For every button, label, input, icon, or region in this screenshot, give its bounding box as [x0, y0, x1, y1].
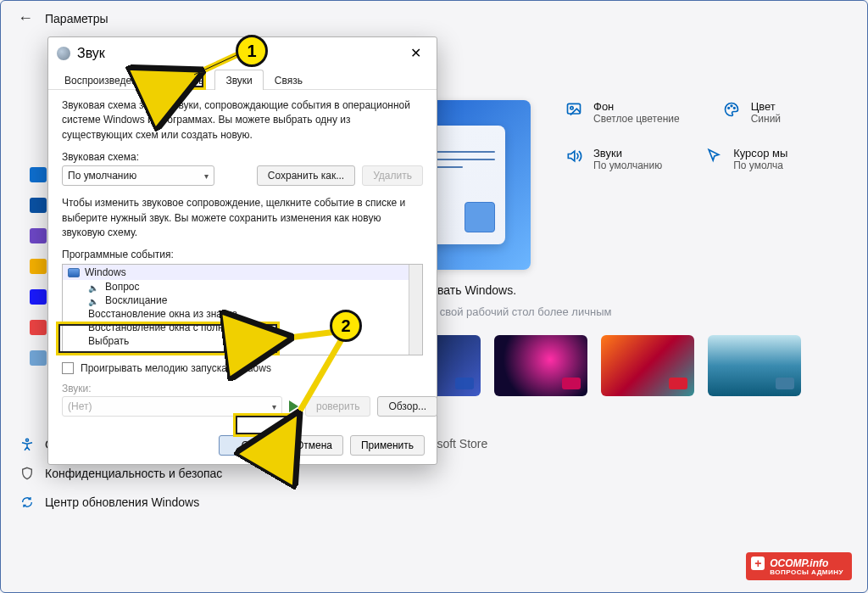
- play-startup-checkbox[interactable]: [62, 362, 74, 374]
- event-item: Восклицание: [63, 294, 422, 307]
- windows-icon: [68, 268, 80, 277]
- prop-label: Звуки: [593, 147, 662, 159]
- svg-point-3: [728, 108, 730, 109]
- theme-prop-background[interactable]: ФонСветлое цветение: [565, 100, 680, 125]
- test-button: роверить: [305, 396, 370, 417]
- dialog-footer: ОК Отмена Применить: [48, 427, 437, 464]
- sidebar-blurred-icons: [30, 167, 48, 490]
- dialog-body: Звуковая схема задает звуки, сопровождаю…: [48, 90, 437, 427]
- sound-select: (Нет)▾: [62, 396, 282, 417]
- cursor-icon: [704, 147, 723, 165]
- event-item: Вопрос: [63, 280, 422, 294]
- play-icon[interactable]: [289, 400, 298, 412]
- scrollbar[interactable]: [409, 265, 422, 355]
- speaker-small-icon: [88, 295, 98, 305]
- delete-button: Удалить: [362, 165, 423, 186]
- select-value: По умолчанию: [68, 170, 136, 182]
- sidebar-icon-placeholder: [30, 320, 47, 335]
- sidebar-icon-placeholder: [30, 350, 47, 366]
- play-startup-row: Проигрывать мелодию запуска Windows: [62, 362, 423, 374]
- dialog-title: Звук: [77, 46, 105, 61]
- sidebar-icon-placeholder: [30, 259, 47, 274]
- watermark-brand: OCOMP: [770, 557, 807, 569]
- watermark-sub: ВОПРОСЫ АДМИНУ: [770, 568, 843, 576]
- prop-value: Светлое цветение: [593, 113, 680, 125]
- preview-accent-square: [465, 202, 495, 232]
- plus-icon: +: [754, 557, 761, 570]
- tab-recording[interactable]: Запись: [159, 70, 214, 90]
- sound-icon: [57, 47, 70, 60]
- prop-label: Курсор мы: [733, 147, 787, 159]
- watermark: + OCOMP.info ВОПРОСЫ АДМИНУ: [746, 552, 852, 580]
- sound-dialog: Звук ✕ Воспроизведение Запись Звуки Связ…: [47, 36, 437, 465]
- svg-point-2: [570, 107, 573, 109]
- browse-button[interactable]: Обзор...: [377, 396, 437, 417]
- sidebar-icon-placeholder: [30, 198, 47, 213]
- sidebar-icon-placeholder: [30, 167, 47, 182]
- events-desc: Чтобы изменить звуковое сопровождение, щ…: [62, 196, 423, 240]
- tab-sounds[interactable]: Звуки: [214, 70, 263, 90]
- sidebar-icon-placeholder: [30, 228, 47, 243]
- save-as-button[interactable]: Сохранить как...: [257, 165, 355, 186]
- event-item: Восстановление окна из значка: [63, 307, 422, 321]
- scheme-label: Звуковая схема:: [62, 151, 423, 163]
- annotation-badge-2: 2: [330, 310, 362, 342]
- sidebar-icon-placeholder: [30, 289, 47, 305]
- select-value: (Нет): [68, 400, 92, 412]
- settings-header: ← Параметры: [1, 1, 867, 36]
- sounds-label: Звуки:: [62, 383, 423, 394]
- prop-value: По умолчанию: [593, 159, 662, 171]
- scheme-desc: Звуковая схема задает звуки, сопровождаю…: [62, 98, 423, 143]
- back-arrow-icon[interactable]: ←: [18, 9, 33, 27]
- tab-communications[interactable]: Связь: [264, 70, 314, 90]
- update-icon: [19, 495, 35, 510]
- svg-point-4: [731, 105, 732, 107]
- theme-prop-cursor[interactable]: Курсор мыПо умолча: [704, 147, 787, 171]
- close-button[interactable]: ✕: [403, 43, 428, 63]
- cancel-button[interactable]: Отмена: [285, 435, 343, 456]
- chevron-down-icon: ▾: [272, 402, 276, 411]
- sidebar-item-label: Конфиденциальность и безопас: [45, 467, 222, 480]
- event-item: Выбрать: [63, 334, 422, 348]
- scheme-select[interactable]: По умолчанию▾: [62, 165, 214, 186]
- events-listbox[interactable]: Windows Вопрос Восклицание Восстановлени…: [62, 264, 423, 355]
- prop-value: Синий: [751, 113, 781, 125]
- palette-icon: [722, 100, 741, 119]
- theme-thumbnail[interactable]: [494, 335, 587, 396]
- prop-label: Цвет: [751, 100, 781, 113]
- watermark-tld: .info: [807, 557, 828, 569]
- speaker-icon: [565, 147, 583, 165]
- checkbox-label: Проигрывать мелодию запуска Windows: [81, 362, 271, 374]
- svg-point-0: [26, 439, 29, 441]
- annotation-badge-1: 1: [236, 35, 268, 67]
- sidebar-item-label: Центр обновления Windows: [45, 495, 199, 509]
- dialog-tabs: Воспроизведение Запись Звуки Связь: [48, 69, 437, 90]
- page-title: Параметры: [45, 12, 108, 25]
- tab-playback[interactable]: Воспроизведение: [53, 70, 159, 90]
- ok-button[interactable]: ОК: [219, 435, 278, 456]
- prop-label: Фон: [593, 100, 680, 113]
- events-label: Программные события:: [62, 249, 423, 260]
- theme-thumbnail[interactable]: [601, 335, 694, 396]
- event-item: Восстановление окна с полного экрана: [63, 321, 422, 334]
- chevron-down-icon: ▾: [204, 171, 209, 181]
- theme-prop-color[interactable]: ЦветСиний: [722, 100, 781, 125]
- sidebar-item-windows-update[interactable]: Центр обновления Windows: [9, 488, 247, 517]
- prop-value: По умолча: [733, 159, 787, 171]
- svg-point-5: [733, 108, 735, 109]
- event-root-windows: Windows: [63, 265, 422, 280]
- theme-prop-sounds[interactable]: ЗвукиПо умолчанию: [565, 147, 662, 171]
- theme-thumbnail[interactable]: [708, 335, 801, 396]
- image-icon: [565, 100, 583, 119]
- speaker-small-icon: [88, 282, 98, 292]
- apply-button[interactable]: Применить: [350, 435, 425, 456]
